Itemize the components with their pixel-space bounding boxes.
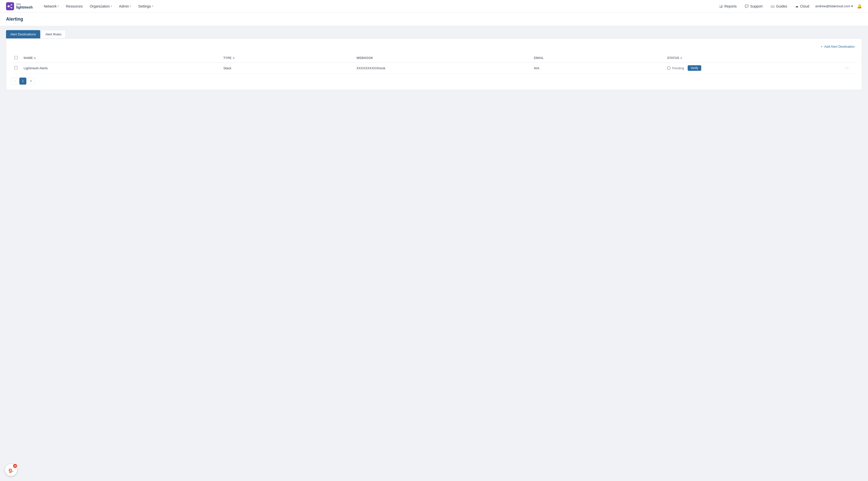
guides-icon: 📖 <box>771 4 775 8</box>
chevron-down-icon: ▾ <box>130 5 131 7</box>
alert-destinations-table: Name Type Webhook Email Status <box>11 54 857 73</box>
status-pending-icon <box>667 66 671 70</box>
cloud-icon: ☁ <box>795 4 799 8</box>
header-status[interactable]: Status <box>664 54 842 63</box>
logo-area[interactable]: tidal lightmesh <box>6 2 33 10</box>
page-title: Alerting <box>6 17 862 22</box>
chevron-down-icon: ▾ <box>111 5 112 7</box>
support-icon: 💬 <box>745 4 749 8</box>
tabs: Alert Destinations Alert Rules <box>6 30 862 38</box>
nav-resources[interactable]: Resources <box>63 3 86 10</box>
nav-guides[interactable]: 📖 Guides <box>769 3 789 10</box>
svg-rect-0 <box>6 2 14 10</box>
verify-button[interactable]: Verify <box>688 65 701 71</box>
user-menu[interactable]: andrew@tidalcloud.com ▾ <box>815 4 853 8</box>
row-email-cell: N/A <box>531 63 664 73</box>
header-webhook: Webhook <box>353 54 531 63</box>
status-pending: Pending Verify <box>667 65 839 71</box>
chevron-down-icon: ▾ <box>152 5 153 7</box>
add-alert-destination-button[interactable]: + Add Alert Destination <box>819 44 857 50</box>
row-checkbox-cell <box>11 63 21 73</box>
svg-point-2 <box>11 4 12 5</box>
row-actions-cell: ··· <box>842 63 857 73</box>
logo-icon <box>6 2 14 10</box>
row-name-cell: Lightmesh Alerts <box>21 63 220 73</box>
tab-alert-destinations[interactable]: Alert Destinations <box>6 30 40 38</box>
row-status-cell: Pending Verify <box>664 63 842 73</box>
main-card: + Add Alert Destination Name Type Webhoo… <box>6 38 862 90</box>
pagination-page-1-button[interactable]: 1 <box>19 77 26 85</box>
nav-admin[interactable]: Admin ▾ <box>116 3 134 10</box>
tab-alert-rules[interactable]: Alert Rules <box>41 30 66 38</box>
nav-organization[interactable]: Organization ▾ <box>87 3 115 10</box>
nav-cloud[interactable]: ☁ Cloud <box>793 3 811 10</box>
nav-settings[interactable]: Settings ▾ <box>135 3 156 10</box>
svg-point-3 <box>11 7 12 8</box>
brand-lightmesh: lightmesh <box>16 5 33 9</box>
chart-icon: 📊 <box>719 4 723 8</box>
notification-bell-icon[interactable]: 🔔 <box>857 4 862 8</box>
chevron-down-icon: ▾ <box>851 4 853 8</box>
nav-right: 📊 Reports 💬 Support 📖 Guides ☁ Cloud and… <box>717 3 862 10</box>
header-actions <box>842 54 857 63</box>
pagination-prev-button[interactable]: < <box>11 77 18 85</box>
add-btn-row: + Add Alert Destination <box>11 44 857 50</box>
tabs-area: Alert Destinations Alert Rules <box>0 26 868 38</box>
header-checkbox-col <box>11 54 21 63</box>
plus-icon: + <box>821 45 823 49</box>
table-header-row: Name Type Webhook Email Status <box>11 54 857 63</box>
header-name[interactable]: Name <box>21 54 220 63</box>
chevron-down-icon: ▾ <box>58 5 59 7</box>
row-actions-menu-button[interactable]: ··· <box>845 66 849 70</box>
svg-point-1 <box>7 5 9 7</box>
nav-support[interactable]: 💬 Support <box>743 3 765 10</box>
logo-text: tidal lightmesh <box>16 3 33 9</box>
main-nav: Network ▾ Resources Organization ▾ Admin… <box>41 3 717 10</box>
row-webhook-cell: XXXXXXXXXXhook <box>353 63 531 73</box>
pagination-next-button[interactable]: > <box>27 77 34 85</box>
table-row: Lightmesh Alerts Slack XXXXXXXXXXhook N/… <box>11 63 857 73</box>
header-email: Email <box>531 54 664 63</box>
header-type[interactable]: Type <box>220 54 353 63</box>
main-header: tidal lightmesh Network ▾ Resources Orga… <box>0 0 868 12</box>
pagination: < 1 > <box>11 77 857 85</box>
nav-reports[interactable]: 📊 Reports <box>717 3 739 10</box>
nav-network[interactable]: Network ▾ <box>41 3 62 10</box>
row-checkbox[interactable] <box>14 66 18 69</box>
select-all-checkbox[interactable] <box>14 56 18 59</box>
row-type-cell: Slack <box>220 63 353 73</box>
page-header: Alerting <box>0 12 868 26</box>
